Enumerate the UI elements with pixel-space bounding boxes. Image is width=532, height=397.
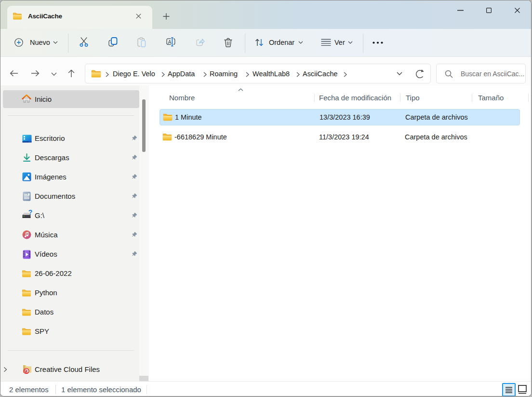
- svg-text:A: A: [168, 39, 171, 45]
- svg-text:?: ?: [28, 210, 33, 216]
